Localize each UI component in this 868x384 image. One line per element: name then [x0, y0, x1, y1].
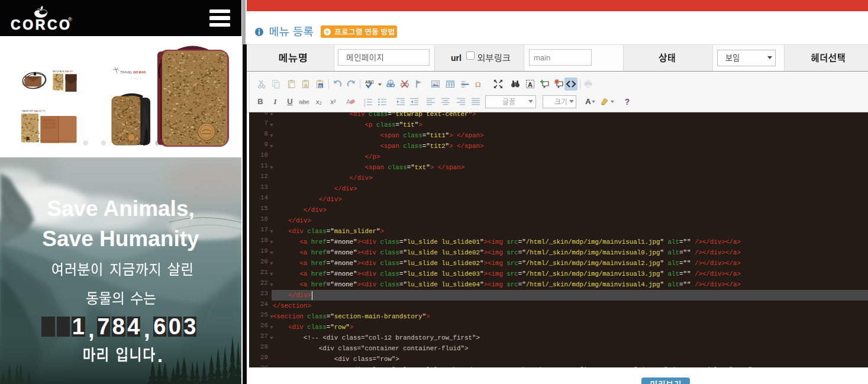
svg-text:3: 3 [364, 103, 366, 107]
svg-text:A: A [528, 81, 533, 88]
svg-text:NECKLACE WALLET: NECKLACE WALLET [53, 70, 73, 73]
svg-text:C O R C O: C O R C O [131, 78, 141, 80]
svg-text:W: W [319, 84, 323, 88]
svg-text:TRAVEL GO BAG: TRAVEL GO BAG [120, 70, 146, 74]
svg-text:PASSPORT WALLET 7Y: PASSPORT WALLET 7Y [22, 110, 46, 112]
svg-text:?: ? [325, 29, 329, 35]
svg-text:Ω: Ω [475, 80, 481, 89]
svg-text:A: A [304, 83, 308, 89]
svg-text:ABC: ABC [365, 80, 374, 84]
